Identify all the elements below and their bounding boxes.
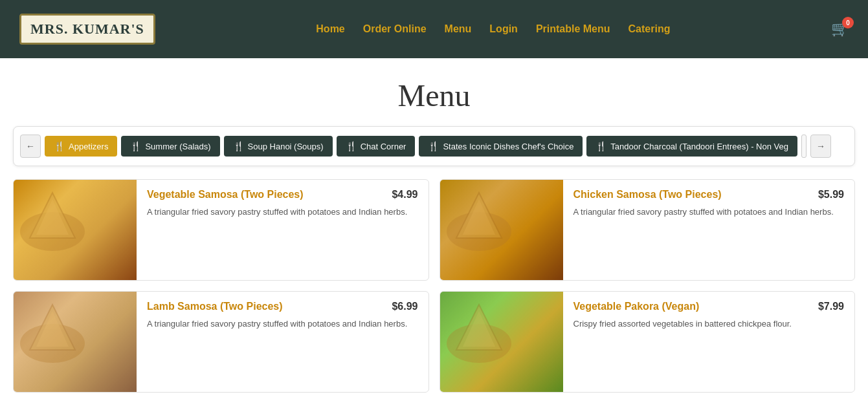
tab-label-0: Appetizers [69, 142, 108, 151]
page-title: Menu [0, 78, 868, 113]
page-title-section: Menu [0, 58, 868, 126]
menu-item-header-chicken-samosa: Chicken Samosa (Two Pieces)$5.99 [573, 189, 845, 201]
tab-chat-corner[interactable]: 🍴Chat Corner [337, 136, 416, 157]
logo[interactable]: MRS. KUMAR'S [19, 14, 155, 45]
menu-item-desc-chicken-samosa: A triangular fried savory pastry stuffed… [573, 206, 845, 219]
tab-icon-0: 🍴 [54, 141, 65, 151]
nav-links: HomeOrder OnlineMenuLoginPrintable MenuC… [316, 23, 670, 35]
food-image-veg-samosa [14, 180, 137, 280]
menu-item-price-lamb-samosa: $6.99 [392, 301, 417, 312]
menu-item-name-chicken-samosa: Chicken Samosa (Two Pieces) [573, 189, 722, 201]
tab-label-2: Soup Hanoi (Soups) [248, 142, 324, 151]
food-image-lamb-samosa [14, 292, 137, 392]
nav-link-catering[interactable]: Catering [629, 23, 671, 34]
menu-item-veg-samosa: Vegetable Samosa (Two Pieces)$4.99A tria… [13, 179, 429, 281]
tab-icon-1: 🍴 [130, 141, 141, 151]
tab-tandoor-charcoal-tandoori-entrees---non-veg[interactable]: 🍴Tandoor Charcoal (Tandoori Entrees) - N… [586, 136, 797, 157]
tab-icon-4: 🍴 [428, 141, 439, 151]
food-image-chicken-samosa [440, 180, 563, 280]
menu-item-info-veg-pakora: Vegetable Pakora (Vegan)$7.99Crispy frie… [563, 292, 855, 392]
menu-item-desc-lamb-samosa: A triangular fried savory pastry stuffed… [147, 318, 418, 331]
tab-label-3: Chat Corner [361, 142, 406, 151]
tab-label-4: States Iconic Dishes Chef's Choice [443, 142, 573, 151]
menu-item-header-veg-samosa: Vegetable Samosa (Two Pieces)$4.99 [147, 189, 418, 201]
tab-spacer [801, 135, 807, 158]
menu-item-chicken-samosa: Chicken Samosa (Two Pieces)$5.99A triang… [440, 179, 856, 281]
nav-link-login[interactable]: Login [489, 23, 518, 34]
menu-item-price-veg-pakora: $7.99 [818, 301, 844, 312]
nav-link-menu[interactable]: Menu [445, 23, 472, 34]
menu-item-name-lamb-samosa: Lamb Samosa (Two Pieces) [147, 301, 283, 312]
nav-link-printable-menu[interactable]: Printable Menu [536, 23, 610, 34]
menu-item-lamb-samosa: Lamb Samosa (Two Pieces)$6.99A triangula… [13, 291, 429, 393]
nav-link-home[interactable]: Home [316, 23, 344, 34]
tab-label-1: Summer (Salads) [145, 142, 210, 151]
menu-item-image-lamb-samosa [14, 292, 137, 392]
menu-item-header-veg-pakora: Vegetable Pakora (Vegan)$7.99 [573, 301, 845, 312]
menu-item-name-veg-pakora: Vegetable Pakora (Vegan) [573, 301, 700, 312]
menu-grid: Vegetable Samosa (Two Pieces)$4.99A tria… [13, 179, 855, 393]
menu-item-desc-veg-pakora: Crispy fried assorted vegetables in batt… [573, 318, 845, 331]
tab-label-5: Tandoor Charcoal (Tandoori Entrees) - No… [610, 142, 788, 151]
tab-soup-hanoi-soups-[interactable]: 🍴Soup Hanoi (Soups) [224, 136, 333, 157]
food-image-veg-pakora [440, 292, 563, 392]
nav-link-order-online[interactable]: Order Online [363, 23, 427, 34]
menu-item-price-chicken-samosa: $5.99 [818, 189, 844, 201]
menu-item-info-lamb-samosa: Lamb Samosa (Two Pieces)$6.99A triangula… [137, 292, 428, 392]
menu-item-header-lamb-samosa: Lamb Samosa (Two Pieces)$6.99 [147, 301, 418, 312]
tab-appetizers[interactable]: 🍴Appetizers [45, 136, 117, 157]
tab-icon-3: 🍴 [346, 141, 357, 151]
menu-item-info-veg-samosa: Vegetable Samosa (Two Pieces)$4.99A tria… [137, 180, 428, 280]
tabs-container: ← 🍴Appetizers🍴Summer (Salads)🍴Soup Hanoi… [13, 126, 855, 166]
tab-icon-2: 🍴 [233, 141, 244, 151]
navbar: MRS. KUMAR'S HomeOrder OnlineMenuLoginPr… [0, 0, 868, 58]
tab-states-iconic-dishes-chef's-choice[interactable]: 🍴States Iconic Dishes Chef's Choice [419, 136, 583, 157]
menu-item-info-chicken-samosa: Chicken Samosa (Two Pieces)$5.99A triang… [563, 180, 855, 280]
tab-arrow-left[interactable]: ← [20, 135, 41, 158]
tab-summer-salads-[interactable]: 🍴Summer (Salads) [121, 136, 219, 157]
tab-arrow-right[interactable]: → [810, 135, 831, 158]
brand-name: MRS. KUMAR'S [30, 21, 144, 38]
cart-button[interactable]: 🛒 0 [831, 21, 849, 38]
menu-item-veg-pakora: Vegetable Pakora (Vegan)$7.99Crispy frie… [440, 291, 856, 393]
menu-item-image-veg-pakora [440, 292, 563, 392]
tab-icon-5: 🍴 [595, 141, 606, 151]
menu-item-price-veg-samosa: $4.99 [392, 189, 417, 201]
cart-count: 0 [842, 17, 854, 28]
menu-item-image-veg-samosa [14, 180, 137, 280]
menu-item-desc-veg-samosa: A triangular fried savory pastry stuffed… [147, 206, 418, 219]
menu-item-name-veg-samosa: Vegetable Samosa (Two Pieces) [147, 189, 304, 201]
menu-item-image-chicken-samosa [440, 180, 563, 280]
